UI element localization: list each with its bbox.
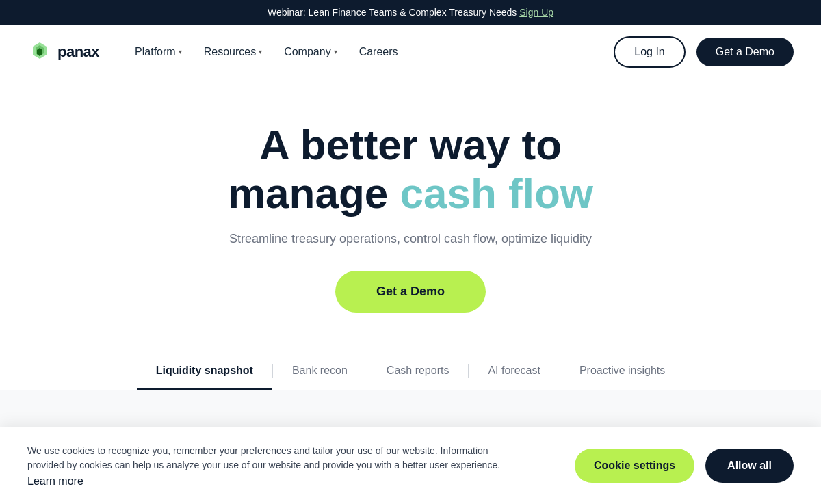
- chevron-down-icon: ▾: [179, 48, 182, 55]
- cookie-actions: Cookie settings Allow all: [575, 449, 794, 483]
- cookie-text: We use cookies to recognize you, remembe…: [27, 444, 506, 473]
- nav-item-company[interactable]: Company ▾: [276, 40, 345, 64]
- nav-resources-label: Resources: [204, 46, 256, 58]
- nav-demo-button[interactable]: Get a Demo: [696, 38, 794, 66]
- cookie-banner: We use cookies to recognize you, remembe…: [0, 427, 821, 504]
- tab-cash-label: Cash reports: [387, 364, 449, 376]
- tab-liquidity-label: Liquidity snapshot: [156, 364, 253, 376]
- tab-bank-label: Bank recon: [292, 364, 348, 376]
- cookie-learn-more-link[interactable]: Learn more: [27, 475, 506, 488]
- tab-ai-forecast[interactable]: AI forecast: [469, 354, 559, 390]
- nav-item-platform[interactable]: Platform ▾: [127, 40, 190, 64]
- nav-right: Log In Get a Demo: [614, 36, 794, 68]
- navbar: panax Platform ▾ Resources ▾ Company ▾ C…: [0, 25, 821, 79]
- nav-menu: Platform ▾ Resources ▾ Company ▾ Careers: [127, 40, 406, 64]
- cookie-content: We use cookies to recognize you, remembe…: [27, 444, 506, 488]
- tab-cash-reports[interactable]: Cash reports: [367, 354, 469, 390]
- hero-title-manage: manage: [228, 170, 400, 217]
- nav-platform-label: Platform: [135, 46, 176, 58]
- hero-title-accent: cash flow: [400, 170, 594, 217]
- login-button[interactable]: Log In: [614, 36, 685, 68]
- logo-icon: [27, 40, 52, 64]
- announcement-text: Webinar: Lean Finance Teams & Complex Tr…: [268, 7, 519, 18]
- tab-proactive-label: Proactive insights: [579, 364, 665, 376]
- chevron-down-icon: ▾: [259, 48, 262, 55]
- nav-left: panax Platform ▾ Resources ▾ Company ▾ C…: [27, 40, 406, 64]
- nav-item-careers[interactable]: Careers: [351, 40, 406, 64]
- announcement-link[interactable]: Sign Up: [519, 7, 553, 18]
- nav-company-label: Company: [284, 46, 330, 58]
- hero-section: A better way to manage cash flow Streaml…: [0, 79, 821, 340]
- hero-title-line2: manage cash flow: [228, 169, 593, 217]
- hero-subtitle: Streamline treasury operations, control …: [229, 232, 592, 246]
- chevron-down-icon: ▾: [334, 48, 337, 55]
- hero-demo-button[interactable]: Get a Demo: [335, 271, 486, 313]
- tab-bank-recon[interactable]: Bank recon: [273, 354, 367, 390]
- hero-title-line1: A better way to: [259, 121, 562, 168]
- tabs-section: Liquidity snapshot Bank recon Cash repor…: [0, 340, 821, 390]
- logo-text: panax: [57, 43, 99, 61]
- nav-careers-label: Careers: [359, 46, 398, 58]
- cookie-settings-button[interactable]: Cookie settings: [575, 449, 694, 483]
- logo[interactable]: panax: [27, 40, 99, 64]
- tab-liquidity-snapshot[interactable]: Liquidity snapshot: [137, 354, 272, 390]
- announcement-bar: Webinar: Lean Finance Teams & Complex Tr…: [0, 0, 821, 25]
- cookie-allow-all-button[interactable]: Allow all: [705, 449, 794, 483]
- tab-ai-label: AI forecast: [488, 364, 540, 376]
- hero-title: A better way to manage cash flow: [228, 120, 593, 218]
- nav-item-resources[interactable]: Resources ▾: [196, 40, 270, 64]
- tab-proactive-insights[interactable]: Proactive insights: [560, 354, 684, 390]
